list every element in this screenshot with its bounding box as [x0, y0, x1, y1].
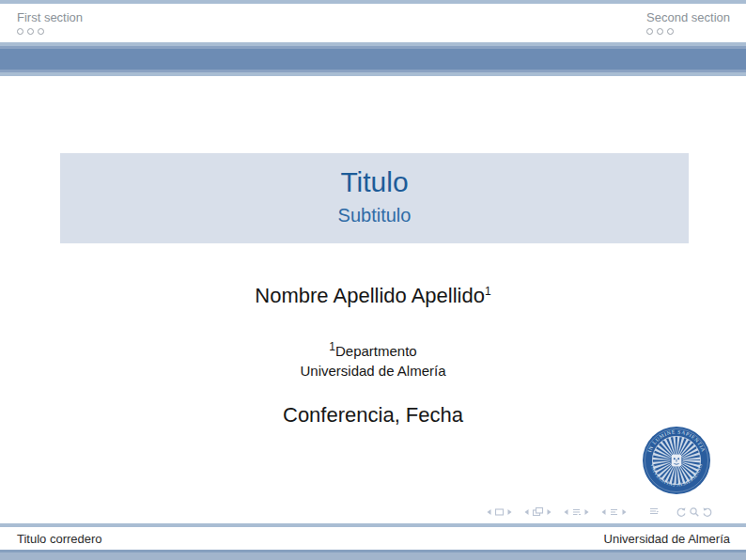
top-accent-bar [0, 0, 746, 4]
header-second-section: Second section [646, 10, 730, 35]
frame-dots-second [646, 28, 730, 35]
subsection-nav-group [562, 507, 591, 517]
footer-institution: Universidad de Almería [604, 532, 730, 546]
institute-footnote-mark: 1 [329, 340, 335, 353]
slide-title: Titulo [60, 165, 689, 199]
next-subsection-icon[interactable] [583, 507, 591, 517]
footer-accent-bar [0, 550, 746, 560]
prev-frame-icon[interactable] [522, 507, 530, 517]
back-icon[interactable] [675, 506, 687, 518]
subsection-icon[interactable] [571, 507, 582, 517]
frame-overlays-icon[interactable] [532, 506, 544, 517]
title-block: Titulo Subtitulo [60, 153, 689, 243]
institute-department: Departmento [335, 343, 417, 359]
appendix-icon[interactable] [648, 506, 660, 517]
institute-university: Universidad de Almería [0, 361, 746, 381]
section-link-first[interactable]: First section [17, 10, 83, 25]
next-section-icon[interactable] [621, 507, 629, 517]
appendix-nav-group [648, 506, 660, 517]
frame-dot[interactable] [646, 28, 653, 35]
universidad-de-almeria-seal: IN LUMINE SAPIENTIA VNIVERSITAS ALMERIEN… [642, 426, 711, 495]
frame-dot[interactable] [27, 28, 34, 35]
prev-section-icon[interactable] [599, 507, 607, 517]
slide-subtitle: Subtitulo [60, 204, 689, 226]
conference-date: Conferencia, Fecha [0, 403, 746, 428]
forward-icon[interactable] [702, 506, 714, 518]
footer: Titulo corredero Universidad de Almería [0, 527, 746, 550]
prev-subsection-icon[interactable] [562, 507, 569, 517]
slide-nav-group [485, 507, 514, 517]
section-nav-group [599, 507, 629, 517]
footer-short-title: Titulo corredero [17, 532, 102, 546]
frame-dot[interactable] [657, 28, 663, 35]
author-line: Nombre Apellido Apellido1 [0, 279, 746, 308]
beamer-title-slide: First section Second section Titulo Subt… [0, 0, 746, 560]
author-footnote-mark: 1 [485, 285, 491, 298]
frame-nav-group [522, 506, 553, 517]
header-first-section: First section [17, 10, 83, 35]
slide-icon[interactable] [494, 507, 505, 517]
author-name: Nombre Apellido Apellido [255, 284, 485, 307]
frame-dot[interactable] [667, 28, 674, 35]
next-frame-icon[interactable] [546, 507, 553, 517]
institute-block: 1Departmento Universidad de Almería [0, 337, 746, 381]
section-icon[interactable] [609, 507, 619, 517]
next-slide-icon[interactable] [506, 507, 514, 517]
frame-dots-first [17, 28, 83, 35]
header-banner [0, 42, 746, 76]
section-link-second[interactable]: Second section [646, 10, 730, 25]
search-icon[interactable] [689, 506, 700, 518]
institute-department-line: 1Departmento [0, 337, 746, 361]
history-nav-group [675, 506, 714, 518]
frame-dot[interactable] [38, 28, 44, 35]
frame-dot[interactable] [17, 28, 23, 35]
beamer-navigation-bar [485, 506, 714, 518]
prev-slide-icon[interactable] [485, 507, 492, 517]
